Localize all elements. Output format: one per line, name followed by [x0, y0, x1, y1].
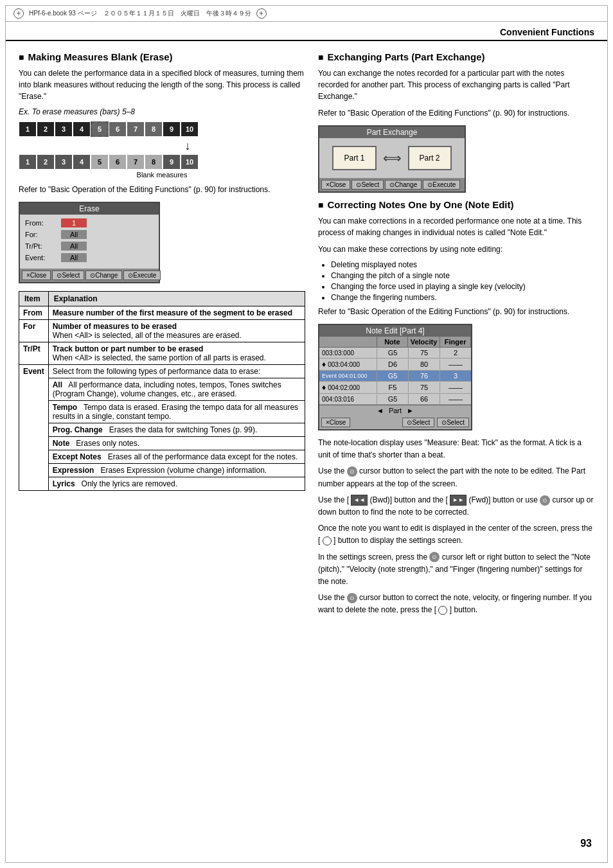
part-1-box: Part 1	[332, 146, 376, 170]
table-row: Note Erases only notes.	[19, 437, 305, 450]
page-header: Convenient Functions	[6, 22, 607, 41]
note-select-btn2[interactable]: ⊙Select	[437, 418, 469, 427]
erase-event-label: Event:	[25, 254, 57, 261]
note-para-2: Use the ⊙ cursor button to select the pa…	[318, 465, 594, 490]
measure-b5: 5	[91, 154, 109, 170]
erase-dialog: Erase From: 1 For: All Tr/Pt: All	[19, 202, 160, 283]
part-exchange-title: Part Exchange	[319, 127, 465, 138]
table-row: Event Select from the following types of…	[19, 365, 305, 378]
bullet-3: Changing the force used in playing a sin…	[331, 282, 594, 291]
explanation-tempo: Tempo Tempo data is erased. Erasing the …	[48, 401, 305, 423]
note-val-2: D6	[377, 359, 409, 369]
content-area: Making Measures Blank (Erase) You can de…	[6, 51, 607, 620]
note-vel-3: 76	[409, 371, 440, 381]
note-edit-dialog: Note Edit [Part 4] Note Velocity Finger …	[318, 324, 472, 430]
part-select-btn[interactable]: ⊙Select	[351, 180, 384, 190]
circle-btn-1	[323, 536, 332, 545]
explanation-event: Select from the following types of perfo…	[48, 365, 305, 378]
explanation-from: Measure number of the first measure of t…	[48, 306, 305, 320]
measures-row-top: 1 2 3 4 5 6 7 8 9 10	[19, 121, 305, 137]
note-time-4: ♦004:02:000	[319, 382, 377, 393]
measure-b4: 4	[73, 154, 91, 170]
erase-dialog-buttons: ×Close ⊙Select ⊙Change ⊙Execute	[20, 269, 159, 282]
measures-row-bottom: 1 2 3 4 5 6 7 8 9 10	[19, 154, 305, 170]
bullet-2: Changing the pitch of a single note	[331, 271, 594, 280]
note-select-btn1[interactable]: ⊙Select	[402, 418, 434, 427]
cursor-icon-2: ⊙	[540, 495, 550, 506]
note-time-1: 003:03:000	[319, 348, 377, 358]
page-title: Convenient Functions	[500, 27, 594, 37]
erase-trpt-row: Tr/Pt: All	[25, 242, 154, 251]
erase-change-btn[interactable]: ⊙Change	[85, 270, 122, 280]
note-edit-footer: ×Close ⊙Select ⊙Select	[319, 416, 471, 429]
erase-select-btn[interactable]: ⊙Select	[52, 270, 84, 280]
measure-b7: 7	[127, 154, 145, 170]
table-row: Tr/Pt Track button or part number to be …	[19, 342, 305, 365]
correcting-notes-body1: You can make corrections in a recorded p…	[318, 215, 594, 238]
erase-execute-btn[interactable]: ⊙Execute	[123, 270, 161, 280]
table-row: From Measure number of the first measure…	[19, 306, 305, 320]
measure-b2: 2	[37, 154, 55, 170]
measure-5: 5	[91, 121, 109, 137]
part-exchange-buttons: ×Close ⊙Select ⊙Change ⊙Execute	[319, 178, 465, 191]
finger-col-header: Finger	[440, 337, 471, 347]
note-edit-row-2: ♦003:04:000 D6 80 ——	[319, 359, 471, 371]
col-item: Item	[19, 292, 49, 306]
note-edit-row-3: Event 004:01:000 G5 76 3	[319, 371, 471, 382]
explanation-note: Note Erases only notes.	[48, 437, 305, 450]
correcting-notes-refer: Refer to "Basic Operation of the Editing…	[318, 306, 594, 317]
measure-2: 2	[37, 121, 55, 137]
erase-dialog-body: From: 1 For: All Tr/Pt: All Event: All	[20, 215, 159, 269]
crosshair-right	[256, 8, 267, 19]
col-explanation: Explanation	[48, 292, 305, 306]
bwd-btn: ◄◄	[351, 495, 368, 505]
making-measures-body: You can delete the performance data in a…	[19, 67, 305, 102]
part-2-box: Part 2	[408, 146, 452, 170]
explanation-trpt: Track button or part number to be erased…	[48, 342, 305, 365]
exchange-arrow: ⟺	[383, 150, 402, 166]
note-vel-4: 75	[409, 382, 440, 393]
note-para-3: Use the [ ◄◄ (Bwd)] button and the [ ►► …	[318, 494, 594, 518]
note-val-4: F5	[377, 382, 409, 393]
explanation-expression: Expression Erases Expression (volume cha…	[48, 464, 305, 477]
measure-b10: 10	[181, 154, 199, 170]
page-wrapper: HPf-6-e.book 93 ページ ２００５年１１月１５日 火曜日 午後３時…	[5, 5, 608, 863]
note-para-5: In the settings screen, press the ⊙ curs…	[318, 551, 594, 589]
measure-b9: 9	[163, 154, 181, 170]
explanation-for: Number of measures to be erased When <Al…	[48, 320, 305, 342]
note-time-2: ♦003:04:000	[319, 359, 377, 370]
exchanging-parts-body: You can exchange the notes recorded for …	[318, 67, 594, 102]
note-fing-1: 2	[440, 348, 471, 358]
note-vel-2: 80	[409, 359, 440, 369]
correcting-notes-title: Correcting Notes One by One (Note Edit)	[318, 199, 594, 210]
table-row: Prog. Change Erases the data for switchi…	[19, 423, 305, 437]
explanation-all: All All performance data, including note…	[48, 378, 305, 401]
erase-close-btn[interactable]: ×Close	[22, 270, 51, 280]
part-label: Part	[389, 407, 402, 414]
note-close-btn[interactable]: ×Close	[321, 418, 350, 427]
arrow-down: ↓	[70, 138, 305, 154]
explanation-lyrics: Lyrics Only the lyrics are removed.	[48, 477, 305, 491]
erase-dialog-title: Erase	[20, 203, 159, 215]
item-trpt: Tr/Pt	[19, 342, 49, 365]
erase-trpt-label: Tr/Pt:	[25, 242, 57, 250]
measure-b8: 8	[145, 154, 163, 170]
part-change-btn[interactable]: ⊙Change	[385, 180, 422, 190]
note-vel-1: 75	[409, 348, 440, 358]
page-number: 93	[580, 838, 592, 849]
part-exchange-body: Part 1 ⟺ Part 2	[319, 138, 465, 178]
meta-text: HPf-6-e.book 93 ページ ２００５年１１月１５日 火曜日 午後３時…	[29, 9, 251, 18]
note-fing-3: 3	[440, 371, 471, 381]
erase-event-value: All	[61, 253, 87, 262]
measure-1: 1	[19, 121, 37, 137]
exchanging-parts-title: Exchanging Parts (Part Exchange)	[318, 51, 594, 62]
part-execute-btn[interactable]: ⊙Execute	[423, 180, 460, 190]
top-meta-bar: HPf-6-e.book 93 ページ ２００５年１１月１５日 火曜日 午後３時…	[6, 6, 607, 22]
part-arrow-right: ►	[407, 407, 414, 414]
measure-b6: 6	[109, 154, 127, 170]
note-edit-part-nav: ◄ Part ►	[319, 405, 471, 416]
erase-trpt-value: All	[61, 242, 87, 251]
part-close-btn[interactable]: ×Close	[321, 180, 350, 190]
note-para-1: The note-location display uses "Measure:…	[318, 437, 594, 461]
note-edit-title: Note Edit [Part 4]	[319, 325, 471, 337]
